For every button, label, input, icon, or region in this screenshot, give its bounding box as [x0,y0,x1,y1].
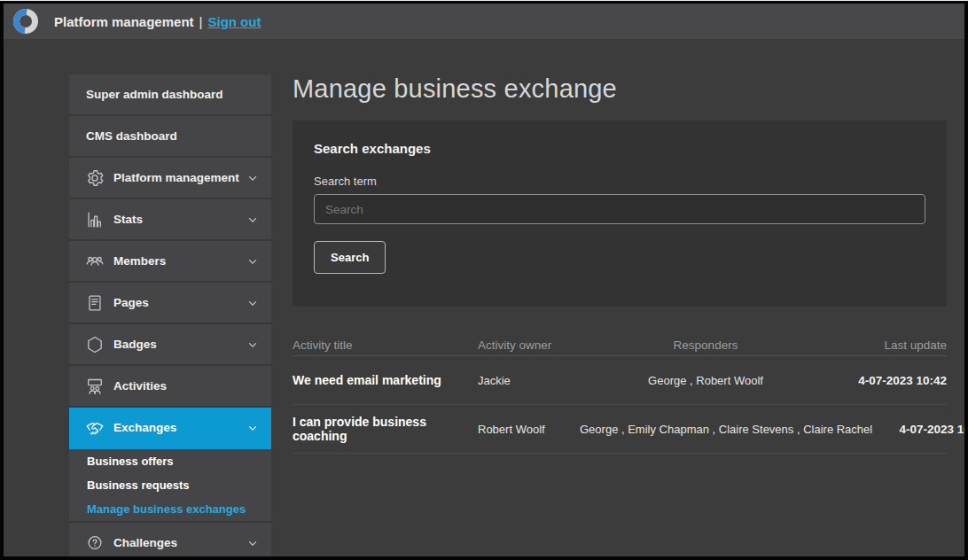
column-header-responders: Responders [580,338,831,352]
hexagon-badge-icon [84,334,105,355]
chevron-down-icon [246,255,259,268]
sidebar-item-label: CMS dashboard [84,129,177,143]
search-panel-heading: Search exchanges [314,141,925,156]
chevron-down-icon [246,172,259,184]
cell-last-update: 4-07-2023 10:42 [831,374,947,387]
cell-activity-owner: Jackie [478,374,580,387]
table-header-row: Activity title Activity owner Responders… [293,334,947,356]
sidebar-item-label: Pages [113,296,149,309]
cell-activity-owner: Robert Woolf [478,423,580,436]
sidebar-item-label: Platform management [113,171,239,184]
sidebar-subitem-business-requests[interactable]: Business requests [69,473,271,497]
sidebar-item-stats[interactable]: Stats [69,199,271,241]
sidebar-subitem-label: Manage business exchanges [87,502,246,516]
sidebar-subitem-label: Business requests [87,478,190,492]
cell-activity-title: We need email marketing [293,373,478,387]
cell-responders: George , Emily Chapman , Claire Stevens … [580,423,872,436]
page-title: Manage business exchange [293,74,947,104]
chevron-down-icon [246,338,259,351]
sidebar: Super admin dashboard CMS dashboard Plat… [69,74,271,556]
bar-chart-icon [84,209,105,230]
sidebar-item-label: Stats [113,213,143,226]
chevron-down-icon [246,422,259,434]
app-window: Platform management | Sign out Super adm… [4,4,964,556]
sidebar-item-label: Super admin dashboard [84,88,223,101]
activities-presentation-icon [84,376,105,397]
cell-responders: George , Robert Woolf [580,374,831,387]
search-input[interactable] [314,194,925,224]
main-content: Manage business exchange Search exchange… [293,74,947,454]
topbar-separator: | [199,14,203,29]
sidebar-item-badges[interactable]: Badges [69,324,271,366]
column-header-activity-owner: Activity owner [478,338,580,352]
sidebar-item-label: Challenges [113,536,177,549]
sidebar-subitem-business-offers[interactable]: Business offers [69,449,271,473]
sidebar-item-label: Members [113,254,166,268]
sidebar-item-pages[interactable]: Pages [69,283,271,324]
search-term-label: Search term [314,175,925,188]
cell-last-update: 4-07-2023 10:42 [872,423,964,436]
topbar-title: Platform management [54,14,194,29]
sign-out-link[interactable]: Sign out [207,14,261,29]
gear-icon [84,167,105,189]
sidebar-item-activities[interactable]: Activities [69,366,271,408]
column-header-activity-title: Activity title [293,338,478,352]
table-row[interactable]: I can provide business coaching Robert W… [293,405,947,454]
search-button[interactable]: Search [314,241,386,274]
exchanges-table: Activity title Activity owner Responders… [293,334,947,454]
chevron-down-icon [246,537,259,549]
chevron-down-icon [246,297,259,309]
brand-logo-icon [12,8,39,35]
table-row[interactable]: We need email marketing Jackie George , … [293,356,947,405]
sidebar-subitem-manage-business-exchanges[interactable]: Manage business exchanges [69,497,271,521]
document-icon [84,292,105,314]
cell-activity-title: I can provide business coaching [293,415,478,443]
sidebar-item-super-admin-dashboard[interactable]: Super admin dashboard [69,74,271,116]
sidebar-item-members[interactable]: Members [69,241,271,283]
window-top-edge [0,0,968,1]
sidebar-item-cms-dashboard[interactable]: CMS dashboard [69,116,271,158]
sidebar-item-label: Exchanges [113,421,176,434]
handshake-icon [84,417,105,439]
chevron-down-icon [246,214,259,226]
sidebar-item-label: Badges [113,338,157,351]
search-panel: Search exchanges Search term Search [293,121,947,307]
topbar: Platform management | Sign out [4,4,964,39]
question-circle-icon [84,533,105,554]
sidebar-item-exchanges[interactable]: Exchanges [69,408,271,449]
sidebar-item-label: Activities [113,379,167,393]
sidebar-item-challenges[interactable]: Challenges [69,523,271,556]
column-header-last-update: Last update [831,338,947,352]
members-group-icon [84,251,105,272]
sidebar-item-platform-management[interactable]: Platform management [69,158,271,199]
sidebar-subitem-label: Business offers [87,455,174,468]
